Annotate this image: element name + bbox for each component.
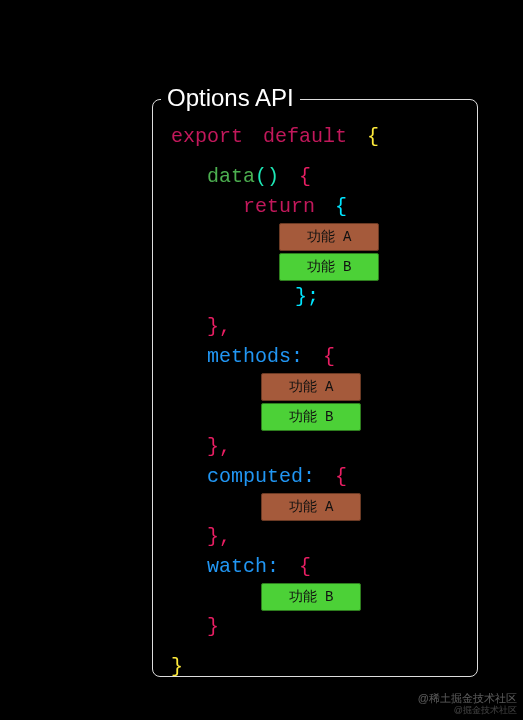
paren-close: ): [267, 162, 279, 192]
brace-open-data: {: [299, 162, 311, 192]
watermark-line1: @稀土掘金技术社区: [418, 692, 517, 705]
feature-tag-a: 功能 A: [261, 373, 361, 401]
brace-open-return: {: [335, 192, 347, 222]
kw-return: return: [243, 192, 315, 222]
brace-open-computed: {: [335, 462, 347, 492]
key-computed: computed:: [207, 462, 315, 492]
line-watch: watch: {: [171, 552, 459, 582]
brace-close-watch: }: [207, 612, 219, 642]
line-computed-close: } ,: [171, 522, 459, 552]
line-export: export default {: [171, 122, 459, 152]
kw-default: default: [263, 122, 347, 152]
methods-tag-a-row: 功能 A: [171, 372, 459, 402]
computed-tag-a-row: 功能 A: [171, 492, 459, 522]
data-tag-a-row: 功能 A: [171, 222, 459, 252]
line-methods-close: } ,: [171, 432, 459, 462]
brace-open-outer: {: [367, 122, 379, 152]
brace-close-return: }: [295, 282, 307, 312]
brace-close-methods: }: [207, 432, 219, 462]
brace-close-outer: }: [171, 652, 183, 682]
watermark-line2: @掘金技术社区: [418, 705, 517, 716]
brace-close-computed: }: [207, 522, 219, 552]
semicolon-return: ;: [307, 282, 319, 312]
code-block: export default { data ( ) { return { 功能: [171, 122, 459, 682]
paren-open: (: [255, 162, 267, 192]
brace-open-methods: {: [323, 342, 335, 372]
line-data: data ( ) {: [171, 162, 459, 192]
kw-export: export: [171, 122, 243, 152]
comma-data: ,: [219, 312, 231, 342]
options-api-panel: Options API export default { data ( ) { …: [152, 99, 478, 677]
data-tag-b-row: 功能 B: [171, 252, 459, 282]
line-computed: computed: {: [171, 462, 459, 492]
feature-tag-b: 功能 B: [279, 253, 379, 281]
watermark: @稀土掘金技术社区 @掘金技术社区: [418, 692, 517, 716]
line-return: return {: [171, 192, 459, 222]
line-return-close: } ;: [171, 282, 459, 312]
feature-tag-b: 功能 B: [261, 583, 361, 611]
key-watch: watch:: [207, 552, 279, 582]
panel-border: Options API export default { data ( ) { …: [152, 99, 478, 677]
comma-computed: ,: [219, 522, 231, 552]
panel-legend: Options API: [161, 84, 300, 112]
fn-data: data: [207, 162, 255, 192]
feature-tag-a: 功能 A: [279, 223, 379, 251]
line-methods: methods: {: [171, 342, 459, 372]
feature-tag-a: 功能 A: [261, 493, 361, 521]
watch-tag-b-row: 功能 B: [171, 582, 459, 612]
methods-tag-b-row: 功能 B: [171, 402, 459, 432]
feature-tag-b: 功能 B: [261, 403, 361, 431]
comma-methods: ,: [219, 432, 231, 462]
line-data-close: } ,: [171, 312, 459, 342]
brace-close-data: }: [207, 312, 219, 342]
brace-open-watch: {: [299, 552, 311, 582]
key-methods: methods:: [207, 342, 303, 372]
line-outer-close: }: [171, 652, 459, 682]
line-watch-close: }: [171, 612, 459, 642]
